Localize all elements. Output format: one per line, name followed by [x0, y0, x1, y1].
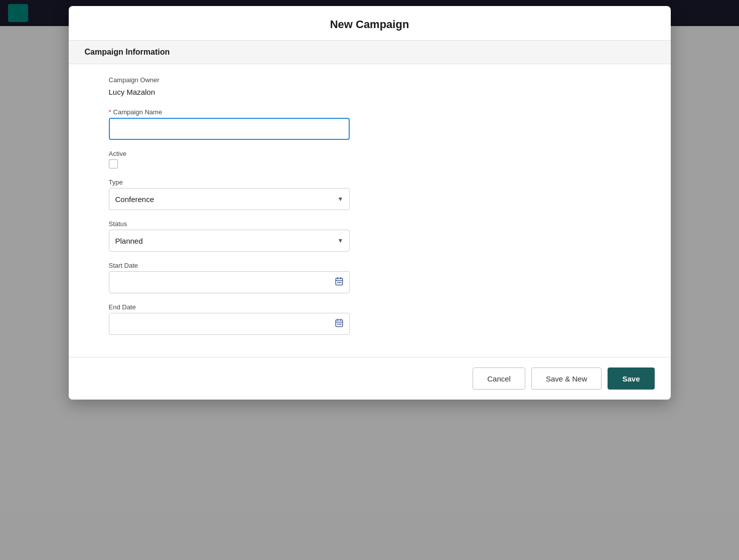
status-field: Status Planned In Progress Completed Abo…: [109, 220, 631, 252]
type-field: Type Conference Email Webinar Phone Bann…: [109, 178, 631, 210]
end-date-field: End Date: [109, 303, 631, 335]
start-date-field: Start Date: [109, 262, 631, 293]
start-date-input[interactable]: [109, 271, 350, 293]
modal-title: New Campaign: [85, 18, 655, 31]
campaign-owner-value: Lucy Mazalon: [109, 86, 631, 98]
type-select-wrapper: Conference Email Webinar Phone Banner Ad…: [109, 188, 350, 210]
modal-overlay: New Campaign Campaign Information Campai…: [0, 0, 739, 560]
campaign-name-field: * Campaign Name: [109, 108, 631, 140]
start-date-label: Start Date: [109, 262, 631, 269]
campaign-owner-field: Campaign Owner Lucy Mazalon: [109, 76, 631, 98]
section-title: Campaign Information: [85, 48, 170, 56]
campaign-name-label: * Campaign Name: [109, 108, 631, 116]
modal-footer: Cancel Save & New Save: [69, 357, 671, 400]
campaign-name-input[interactable]: [109, 118, 350, 140]
start-date-wrapper: [109, 271, 350, 293]
modal-header: New Campaign: [69, 6, 671, 40]
active-label: Active: [109, 150, 631, 157]
save-button[interactable]: Save: [608, 367, 654, 390]
active-checkbox[interactable]: [109, 159, 118, 168]
modal-body: Campaign Information Campaign Owner Lucy…: [69, 40, 671, 357]
cancel-button[interactable]: Cancel: [473, 367, 525, 390]
end-date-input[interactable]: [109, 313, 350, 335]
end-date-label: End Date: [109, 303, 631, 311]
status-select-wrapper: Planned In Progress Completed Aborted ▼: [109, 230, 350, 252]
section-header: Campaign Information: [69, 40, 671, 64]
active-checkbox-wrapper: [109, 159, 631, 168]
type-select[interactable]: Conference Email Webinar Phone Banner Ad…: [109, 188, 350, 210]
type-label: Type: [109, 178, 631, 186]
campaign-owner-label: Campaign Owner: [109, 76, 631, 84]
end-date-wrapper: [109, 313, 350, 335]
active-field: Active: [109, 150, 631, 168]
form-body: Campaign Owner Lucy Mazalon * Campaign N…: [69, 64, 671, 357]
save-new-button[interactable]: Save & New: [531, 367, 602, 390]
required-star: *: [109, 108, 111, 116]
status-label: Status: [109, 220, 631, 228]
status-select[interactable]: Planned In Progress Completed Aborted: [109, 230, 350, 252]
new-campaign-modal: New Campaign Campaign Information Campai…: [69, 6, 671, 400]
